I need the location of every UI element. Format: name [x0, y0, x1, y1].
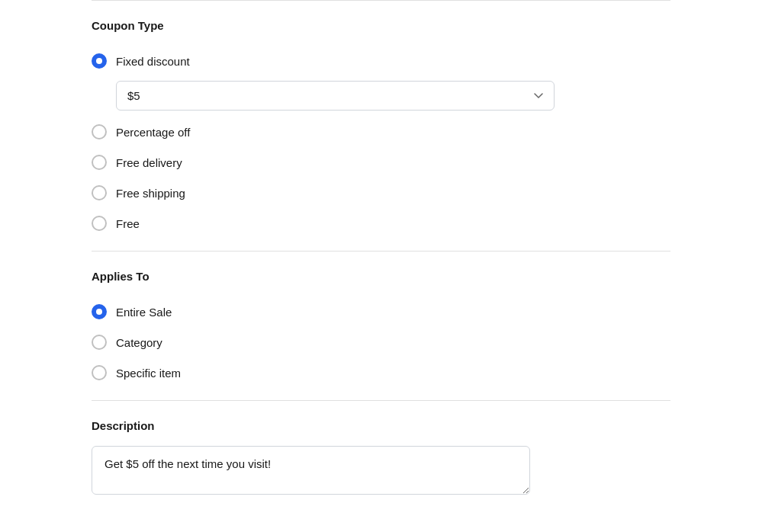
- applies-to-radio-group: Entire Sale Category Specific item: [92, 296, 670, 388]
- applies-description-divider: [92, 400, 670, 401]
- radio-label-entire-sale: Entire Sale: [116, 306, 172, 319]
- description-textarea[interactable]: [92, 446, 530, 495]
- applies-to-title: Applies To: [92, 270, 670, 283]
- radio-free-delivery[interactable]: [92, 155, 107, 170]
- radio-item-percentage-off[interactable]: Percentage off: [92, 117, 670, 147]
- radio-item-free-delivery[interactable]: Free delivery: [92, 147, 670, 178]
- radio-item-free[interactable]: Free: [92, 208, 670, 239]
- radio-label-free-delivery: Free delivery: [116, 156, 182, 169]
- description-title: Description: [92, 419, 670, 432]
- coupon-type-title: Coupon Type: [92, 19, 670, 32]
- radio-item-category[interactable]: Category: [92, 327, 670, 357]
- radio-free[interactable]: [92, 216, 107, 231]
- radio-item-specific-item[interactable]: Specific item: [92, 357, 670, 388]
- coupon-applies-divider: [92, 251, 670, 252]
- description-section: Description: [92, 419, 670, 497]
- radio-label-free: Free: [116, 217, 140, 230]
- top-divider: [92, 0, 670, 1]
- radio-label-free-shipping: Free shipping: [116, 187, 185, 200]
- applies-to-section: Applies To Entire Sale Category Specific…: [92, 270, 670, 388]
- radio-specific-item[interactable]: [92, 365, 107, 380]
- radio-category[interactable]: [92, 335, 107, 350]
- radio-label-fixed-discount: Fixed discount: [116, 55, 190, 68]
- radio-item-free-shipping[interactable]: Free shipping: [92, 178, 670, 208]
- radio-label-percentage-off: Percentage off: [116, 126, 190, 139]
- radio-item-entire-sale[interactable]: Entire Sale: [92, 296, 670, 327]
- radio-percentage-off[interactable]: [92, 124, 107, 139]
- coupon-type-radio-group: Fixed discount $5 $10 $15 $20 $25 Percen…: [92, 46, 670, 239]
- radio-label-category: Category: [116, 336, 162, 349]
- radio-free-shipping[interactable]: [92, 185, 107, 200]
- discount-amount-select[interactable]: $5 $10 $15 $20 $25: [116, 81, 555, 111]
- radio-entire-sale[interactable]: [92, 304, 107, 319]
- radio-item-fixed-discount[interactable]: Fixed discount: [92, 46, 670, 76]
- coupon-type-section: Coupon Type Fixed discount $5 $10 $15 $2…: [92, 19, 670, 239]
- radio-fixed-discount[interactable]: [92, 53, 107, 69]
- discount-dropdown-wrapper: $5 $10 $15 $20 $25: [116, 81, 670, 111]
- radio-label-specific-item: Specific item: [116, 367, 181, 380]
